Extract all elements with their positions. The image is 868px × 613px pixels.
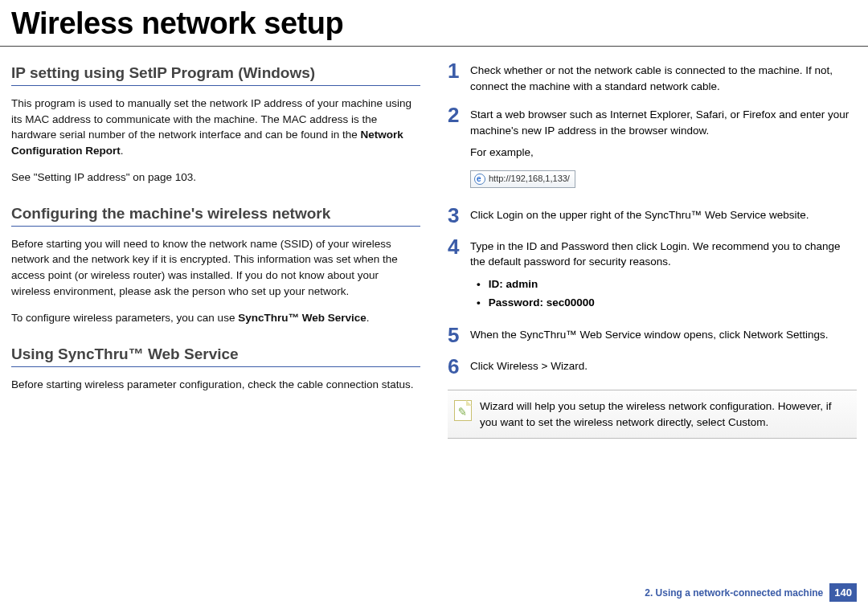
step-number: 4 [448,236,470,257]
text: Check whether or not the network cable i… [470,64,833,92]
text-bold: Network Settings [743,329,825,341]
text: will help you setup the wireless network… [480,400,831,428]
content-columns: IP setting using SetIP Program (Windows)… [0,47,868,439]
page-title: Wireless network setup [0,0,868,47]
step-number: 2 [448,104,470,125]
browser-globe-icon [474,174,485,185]
credential-id: ID: admin [477,276,857,292]
text-bold: SyncThru™ Web Service [520,329,641,341]
text: . [584,360,588,372]
step-body: When the SyncThru™ Web Service window op… [470,327,857,343]
step-body: Click Wireless > Wizard. [470,358,857,374]
text-bold: Custom [728,416,766,428]
step-3: 3 Click Login on the upper right of the … [448,207,857,226]
paragraph: To configure wireless parameters, you ca… [11,310,420,326]
text: . [825,329,829,341]
text-bold: Password [561,240,608,252]
text: then click [609,240,661,252]
step-body: Start a web browser such as Internet Exp… [470,107,857,194]
step-4: 4 Type in the ID and Password then click… [448,239,857,314]
text-bold: Login [497,209,523,221]
text: > [538,360,551,372]
step-5: 5 When the SyncThru™ Web Service window … [448,327,857,345]
step-6: 6 Click Wireless > Wizard. [448,358,857,377]
credential-password: Password: sec00000 [477,295,857,311]
text: This program is used to manually set the… [11,97,411,141]
step-number: 5 [448,325,470,345]
step-number: 1 [448,60,470,81]
text: Click [470,209,497,221]
text: Start a web browser such as Internet Exp… [470,107,857,138]
step-body: Type in the ID and Password then click L… [470,239,857,314]
text-bold: SyncThru™ Web Service [238,312,366,324]
heading-ip-setting: IP setting using SetIP Program (Windows) [11,64,420,86]
url-text: http://192,168,1,133/ [489,173,570,186]
step-number: 3 [448,205,470,226]
step-body: Check whether or not the network cable i… [470,63,857,94]
step-body: Click Login on the upper right of the Sy… [470,207,857,223]
paragraph: This program is used to manually set the… [11,96,420,158]
text: Type in the [470,240,526,252]
left-column: IP setting using SetIP Program (Windows)… [11,63,420,439]
page-footer: 2. Using a network-connected machine 140 [645,583,857,602]
text: Click [470,360,497,372]
paragraph: Before starting you will need to know th… [11,236,420,299]
footer-chapter: 2. Using a network-connected machine [645,587,823,599]
note-text: Wizard will help you setup the wireless … [480,398,849,430]
text: . [366,312,370,324]
text: and [537,240,561,252]
heading-configuring: Configuring the machine's wireless netwo… [11,205,420,227]
paragraph: Before starting wireless parameter confi… [11,377,420,393]
heading-syncthru: Using SyncThru™ Web Service [11,345,420,367]
text-bold: Login [660,240,686,252]
page-number: 140 [829,583,857,602]
right-column: 1 Check whether or not the network cable… [448,63,857,439]
text: To configure wireless parameters, you ca… [11,312,238,324]
step-1: 1 Check whether or not the network cable… [448,63,857,94]
note-icon [454,400,472,421]
text: When the [470,329,520,341]
text-bold: Wizard [551,360,584,372]
text-bold: Wireless [497,360,538,372]
text: . [121,145,124,157]
credentials-list: ID: admin Password: sec00000 [477,276,857,311]
paragraph-see-also: See "Setting IP address" on page 103. [11,170,420,186]
text-bold: Wizard [480,400,514,412]
text: on the upper right of the SyncThru™ Web … [523,209,809,221]
step-2: 2 Start a web browser such as Internet E… [448,107,857,194]
note-box: Wizard will help you setup the wireless … [448,390,857,439]
url-address-bar: http://192,168,1,133/ [470,170,575,188]
text-for-example: For example, [470,145,857,161]
text: window opens, click [641,329,743,341]
text: . [765,416,768,428]
text-bold: ID [526,240,538,252]
step-number: 6 [448,356,470,377]
